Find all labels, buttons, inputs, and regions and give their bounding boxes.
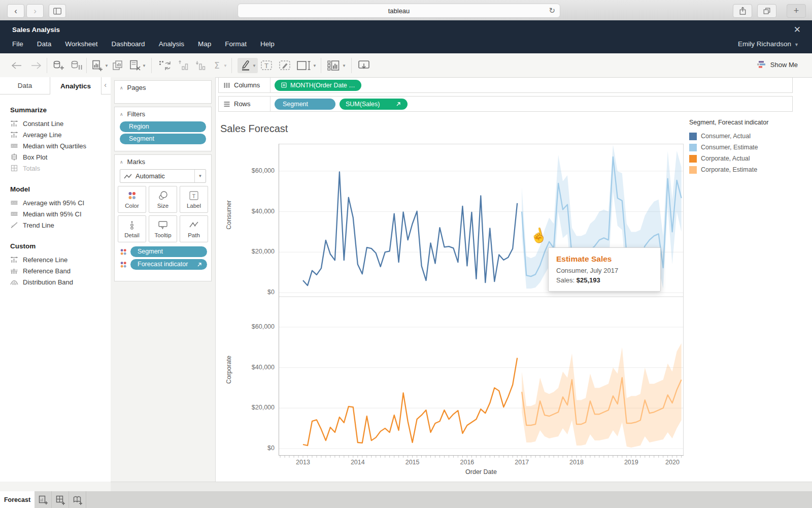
chart-plot-area[interactable] — [279, 144, 684, 460]
pause-auto-updates-button[interactable] — [70, 58, 83, 73]
marks-card: ∧ Marks Automatic ▼ Color Size T Label — [114, 154, 212, 281]
collapse-icon[interactable]: ∧ — [120, 85, 123, 90]
analytics-item-reference-band[interactable]: Reference Band — [10, 265, 111, 276]
sheet-title[interactable]: Sales Forecast — [220, 123, 288, 135]
label-button[interactable]: T Label — [180, 186, 208, 213]
analytics-item-box-plot[interactable]: Box Plot — [10, 151, 111, 163]
filters-card: ∧ Filters Region Segment — [114, 107, 212, 151]
close-icon[interactable]: ✕ — [794, 24, 801, 35]
section-summarize: Summarize — [10, 106, 111, 114]
tooltip-button[interactable]: Tooltip — [149, 215, 177, 242]
analytics-item-median-ci[interactable]: Median with 95% CI — [10, 208, 111, 219]
clear-sheet-button[interactable]: ▼ — [129, 58, 146, 73]
menu-map[interactable]: Map — [198, 40, 211, 48]
legend-item-consumer-estimate[interactable]: Consumer, Estimate — [689, 142, 791, 153]
path-icon — [188, 219, 199, 231]
pill-sum-sales[interactable]: SUM(Sales) — [340, 99, 408, 110]
detail-button[interactable]: Detail — [118, 215, 146, 242]
connect-data-button[interactable] — [52, 58, 65, 73]
analytics-item-distribution-band[interactable]: Distribution Band — [10, 276, 111, 288]
analytics-item-average-line[interactable]: Average Line — [10, 129, 111, 140]
sort-ascending-button[interactable] — [178, 58, 190, 73]
sort-descending-button[interactable] — [195, 58, 207, 73]
chevron-down-icon: ▼ — [223, 64, 227, 68]
marks-pill-forecast-indicator[interactable]: Forecast indicator — [130, 259, 207, 270]
tab-data[interactable]: Data — [0, 77, 50, 94]
color-button[interactable]: Color — [118, 186, 146, 213]
show-me-button[interactable]: Show Me — [756, 60, 798, 69]
ci-band-icon — [10, 199, 18, 207]
line-corporate-actual — [303, 358, 517, 446]
analytics-item-totals: Totals — [10, 163, 111, 174]
new-story-tab-button[interactable] — [69, 491, 86, 508]
filter-pill-segment[interactable]: Segment — [120, 134, 206, 144]
show-mark-labels-button[interactable]: T — [260, 58, 273, 73]
redo-button[interactable] — [29, 58, 43, 73]
browser-tabs-button[interactable] — [757, 4, 776, 18]
menu-data[interactable]: Data — [37, 40, 52, 48]
menu-file[interactable]: File — [12, 40, 23, 48]
menu-analysis[interactable]: Analysis — [159, 40, 184, 48]
swap-rows-columns-button[interactable] — [158, 58, 172, 73]
analytics-item-constant-line[interactable]: Constant Line — [10, 118, 111, 129]
highlight-button[interactable]: ▼ — [238, 58, 258, 73]
y-tick-label: $40,000 — [221, 208, 275, 215]
address-bar[interactable]: tableau ↻ — [238, 4, 560, 18]
marks-pill-segment[interactable]: Segment — [130, 246, 207, 257]
duplicate-sheet-button[interactable] — [112, 58, 124, 73]
toolbar: ▼ ▼ Σ ▼ ▼ T ▼ ▼ — [0, 53, 812, 78]
date-expand-icon — [281, 82, 287, 88]
analytics-item-median-quartiles[interactable]: Median with Quartiles — [10, 140, 111, 151]
undo-button[interactable] — [10, 58, 23, 73]
path-button[interactable]: Path — [180, 215, 208, 242]
presentation-mode-button[interactable] — [357, 58, 370, 73]
collapse-pane-icon[interactable]: ‹ — [104, 81, 107, 89]
pill-month-order-date[interactable]: MONTH(Order Date … — [275, 80, 361, 91]
new-worksheet-tab-button[interactable] — [35, 491, 52, 508]
user-menu[interactable]: Emily Richardson▼ — [738, 40, 799, 48]
browser-forward-button[interactable]: › — [26, 4, 44, 18]
show-hide-cards-button[interactable]: ▼ — [327, 58, 346, 73]
chevron-down-icon: ▼ — [105, 64, 109, 68]
size-button[interactable]: Size — [149, 186, 177, 213]
show-me-icon — [756, 60, 766, 69]
x-tick-label: 2014 — [343, 459, 373, 466]
filter-pill-region[interactable]: Region — [120, 121, 206, 132]
collapse-icon[interactable]: ∧ — [120, 160, 123, 165]
forecast-arrow-icon — [395, 101, 401, 107]
browser-sidebar-button[interactable] — [49, 4, 66, 18]
edit-annotation-button[interactable] — [278, 58, 291, 73]
sidebar-toggle-icon — [53, 7, 62, 15]
x-tick-label: 2017 — [506, 459, 537, 466]
menu-format[interactable]: Format — [225, 40, 247, 48]
x-tick-label: 2016 — [452, 459, 482, 466]
mark-type-dropdown[interactable]: Automatic ▼ — [120, 169, 206, 183]
browser-back-button[interactable]: ‹ — [7, 4, 24, 18]
tab-analytics[interactable]: Analytics — [50, 77, 101, 94]
new-dashboard-tab-button[interactable] — [52, 491, 69, 508]
columns-shelf[interactable]: Columns MONTH(Order Date … — [218, 77, 793, 93]
menu-dashboard[interactable]: Dashboard — [112, 40, 145, 48]
reload-icon[interactable]: ↻ — [549, 6, 555, 15]
browser-chrome: ‹ › tableau ↻ + — [0, 0, 812, 21]
analytics-item-average-ci[interactable]: Average with 95% CI — [10, 197, 111, 208]
menu-worksheet[interactable]: Worksheet — [65, 40, 97, 48]
pill-segment[interactable]: Segment — [275, 99, 335, 110]
rows-shelf[interactable]: Rows Segment SUM(Sales) — [218, 96, 793, 112]
y-tick-label: $40,000 — [221, 364, 275, 371]
sheet-tab-forecast[interactable]: Forecast — [0, 491, 35, 508]
browser-share-button[interactable] — [733, 4, 752, 18]
collapse-icon[interactable]: ∧ — [120, 112, 123, 117]
totals-sigma-button[interactable]: Σ ▼ — [212, 58, 227, 73]
plus-icon: + — [794, 6, 799, 16]
legend-item-consumer-actual[interactable]: Consumer, Actual — [689, 131, 791, 142]
section-custom: Custom — [10, 242, 111, 250]
legend-item-corporate-actual[interactable]: Corporate, Actual — [689, 153, 791, 164]
legend-item-corporate-estimate[interactable]: Corporate, Estimate — [689, 164, 791, 175]
new-worksheet-button[interactable]: ▼ — [91, 58, 109, 73]
analytics-item-reference-line[interactable]: Reference Line — [10, 254, 111, 265]
menu-help[interactable]: Help — [260, 40, 275, 48]
analytics-item-trend-line[interactable]: Trend Line — [10, 219, 111, 231]
fit-selector-button[interactable]: ▼ — [296, 58, 317, 73]
browser-new-tab-button[interactable]: + — [787, 4, 806, 18]
